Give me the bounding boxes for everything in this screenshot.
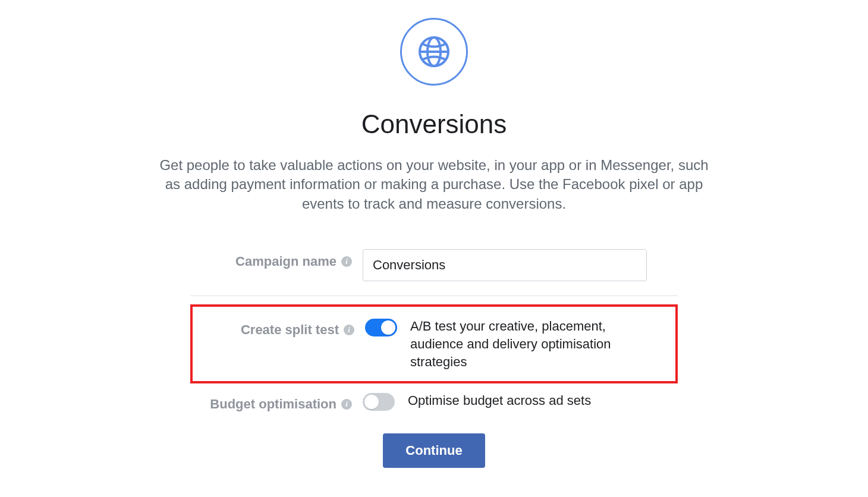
- toggle-knob: [381, 320, 395, 335]
- split-test-label-wrap: Create split test i: [193, 317, 365, 338]
- split-test-highlight: Create split test i A/B test your creati…: [190, 304, 678, 383]
- globe-icon: [417, 35, 451, 68]
- split-test-description: A/B test your creative, placement, audie…: [410, 317, 648, 370]
- budget-optimisation-description: Optimise budget across ad sets: [408, 392, 591, 410]
- campaign-name-label: Campaign name: [235, 254, 336, 269]
- campaign-form: Campaign name i Create split test i A/B …: [190, 249, 678, 468]
- split-test-label: Create split test: [241, 322, 339, 338]
- info-icon[interactable]: i: [344, 325, 354, 335]
- divider: [190, 295, 678, 296]
- toggle-knob: [364, 395, 379, 409]
- objective-icon-circle: [400, 18, 468, 86]
- page-title: Conversions: [361, 109, 507, 139]
- budget-optimisation-label-wrap: Budget optimisation i: [190, 392, 363, 412]
- page-description: Get people to take valuable actions on y…: [158, 156, 710, 213]
- info-icon[interactable]: i: [341, 399, 352, 410]
- split-test-row: Create split test i A/B test your creati…: [193, 317, 675, 370]
- budget-optimisation-toggle[interactable]: [363, 393, 395, 411]
- split-test-toggle[interactable]: [365, 319, 397, 336]
- campaign-name-input[interactable]: [363, 249, 647, 281]
- budget-optimisation-label: Budget optimisation: [210, 397, 336, 412]
- info-icon[interactable]: i: [341, 256, 352, 267]
- campaign-name-label-wrap: Campaign name i: [190, 249, 363, 269]
- budget-optimisation-row: Budget optimisation i Optimise budget ac…: [190, 383, 678, 412]
- continue-button[interactable]: Continue: [383, 433, 485, 468]
- campaign-name-row: Campaign name i: [190, 249, 678, 281]
